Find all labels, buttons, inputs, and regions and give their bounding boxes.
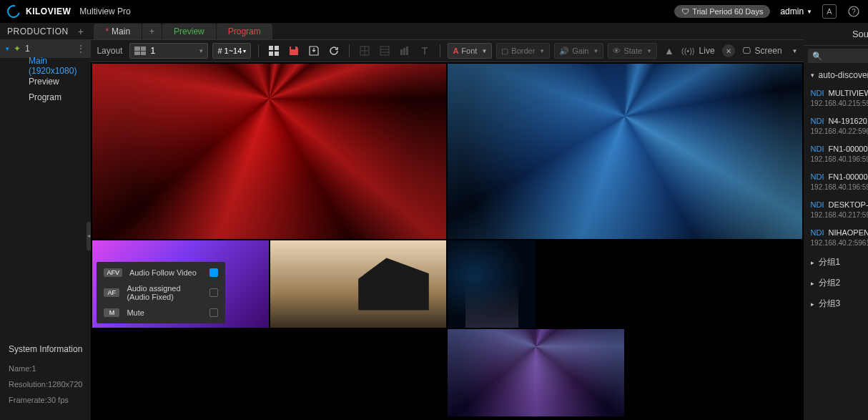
live-button[interactable]: ((•)) Live (681, 46, 715, 56)
font-dropdown[interactable]: A Font ▼ (448, 43, 492, 59)
source-address: 192.168.40.217:5961 (811, 211, 868, 219)
audio-context-menu: AFV Audio Follow Video AF Audio assigned… (97, 262, 225, 323)
source-item[interactable]: NDINIHAOPENG-TEST (VLC)192.168.40.2:5961 (804, 224, 868, 252)
source-name: N4-19162010102 (Channel-1) (828, 117, 868, 125)
svg-rect-3 (275, 46, 279, 50)
ndi-badge: NDI (811, 228, 824, 237)
screen-dropdown[interactable]: 🖵 Screen ▼ (742, 46, 798, 56)
layout-preset-3-icon[interactable] (397, 43, 413, 59)
sys-row-framerate: Framerate:30 fps (9, 396, 82, 404)
search-icon: 🔍 (812, 52, 822, 61)
close-icon[interactable]: ✕ (722, 44, 735, 57)
source-name: MULTIVIEW SERVER TEST1 (... (828, 89, 868, 97)
checkbox-icon (209, 288, 218, 297)
broadcast-signal-icon: ((•)) (681, 47, 695, 55)
svg-rect-5 (275, 52, 279, 56)
tab-preview[interactable]: Preview (162, 24, 216, 39)
source-group[interactable]: ▸分组1⚙🗑 (804, 252, 868, 273)
chevron-down-icon: ▾ (811, 72, 814, 79)
tree-item-main[interactable]: Main (1920x1080) (0, 58, 91, 74)
multiview-window-5[interactable] (448, 240, 536, 328)
refresh-icon[interactable] (326, 43, 342, 59)
source-address: 192.168.40.2:5961 (811, 239, 868, 247)
source-item[interactable]: NDIFN1-00000000 (Channel-NDI)192.168.40.… (804, 168, 868, 196)
production-header: PRODUCTION + (0, 23, 91, 39)
star-icon: ✦ (14, 44, 21, 54)
source-group[interactable]: ▸分组3⚙🗑 (804, 293, 868, 314)
multiview-window-1[interactable] (92, 64, 446, 239)
svg-text:T: T (422, 46, 428, 56)
ndi-badge: NDI (811, 145, 824, 153)
header-right: 🛡 Trial Period 60 Days admin ▼ A ? (674, 4, 861, 19)
svg-rect-4 (269, 52, 273, 56)
tab-main[interactable]: *Main (94, 24, 142, 39)
layout-preset-1-icon[interactable] (357, 43, 373, 59)
chevron-right-icon: ▸ (811, 280, 814, 287)
checkbox-icon (209, 308, 218, 317)
broadcast-icon[interactable]: ▲ (661, 43, 677, 59)
chevron-down-icon: ▼ (481, 48, 487, 54)
production-label: PRODUCTION (7, 26, 69, 36)
window-range-select[interactable]: # 1~14 ▾ (212, 43, 251, 59)
auto-discovery-group[interactable]: ▾ auto-discovery ⚙ (804, 66, 868, 84)
add-production-button[interactable]: + (78, 26, 84, 37)
tab-program[interactable]: Program (217, 24, 272, 39)
source-item[interactable]: NDIN4-19162010102 (Channel-1)192.168.40.… (804, 112, 868, 140)
save-icon[interactable] (286, 43, 302, 59)
source-search-row: 🔍 + ⟳ (804, 46, 868, 66)
ndi-badge: NDI (811, 172, 824, 181)
group-name: 分组2 (819, 277, 841, 289)
left-sidebar: PRODUCTION + ▾ ✦ 1 ⋮ Main (1920x1080) Pr… (0, 23, 91, 420)
multiview-window-4[interactable] (270, 240, 447, 328)
source-search-input[interactable]: 🔍 (808, 49, 868, 63)
help-icon[interactable]: ? (847, 4, 861, 19)
layout-preset-2-icon[interactable] (377, 43, 393, 59)
shield-icon: 🛡 (681, 7, 689, 16)
more-icon[interactable]: ⋮ (77, 44, 85, 54)
layout-select[interactable]: 1 ▾ (129, 43, 208, 59)
multiview-window-2[interactable] (448, 64, 802, 239)
user-dropdown[interactable]: admin ▼ (780, 6, 812, 16)
chevron-down-icon: ▼ (792, 48, 798, 54)
source-panel: Source 🔍 + ⟳ ▾ auto-discovery ⚙ NDIMULTI… (804, 23, 868, 420)
chevron-down-icon: ▼ (646, 48, 652, 54)
border-dropdown[interactable]: ▢ Border ▼ (496, 43, 550, 59)
text-tool-icon[interactable]: T (417, 43, 433, 59)
multiview-window-7[interactable] (448, 329, 624, 416)
source-item[interactable]: NDIFN1-00000000 (Channel-HX)192.168.40.1… (804, 140, 868, 168)
language-button[interactable]: A (822, 4, 837, 19)
gain-dropdown[interactable]: 🔊 Gain ▼ (554, 43, 603, 59)
audio-option-af[interactable]: AF Audio assigned (Audio Fixed) (97, 280, 225, 305)
source-item[interactable]: NDIMULTIVIEW SERVER TEST1 (...192.168.40… (804, 84, 868, 112)
source-group[interactable]: ▸分组2⚙🗑 (804, 273, 868, 293)
chevron-down-icon: ▾ (6, 45, 9, 52)
center-panel: ◂ ▸ *Main + Preview Program Layout 1 ▾ #… (91, 23, 803, 420)
svg-rect-12 (400, 49, 403, 55)
tree-item-program[interactable]: Program (0, 89, 91, 105)
tree-item-preview[interactable]: Preview (0, 74, 91, 89)
product-name: Multiview Pro (79, 6, 130, 16)
font-a-icon: A (453, 47, 458, 55)
sys-row-name: Name:1 (9, 364, 82, 373)
source-item[interactable]: NDIDESKTOP-MHQVDG5 (Intel(R...192.168.40… (804, 196, 868, 224)
audio-option-mute[interactable]: M Mute (97, 305, 225, 321)
logo-icon (5, 3, 23, 21)
audio-option-afv[interactable]: AFV Audio Follow Video (97, 265, 225, 280)
user-name: admin (780, 6, 804, 16)
separator (258, 44, 259, 57)
chevron-down-icon: ▼ (593, 48, 599, 54)
border-icon: ▢ (501, 47, 508, 56)
multiview-window-6[interactable] (626, 240, 802, 328)
svg-rect-14 (406, 47, 408, 55)
export-icon[interactable] (306, 43, 322, 59)
svg-rect-2 (269, 46, 273, 50)
tab-add[interactable]: + (142, 24, 162, 39)
layout-label: Layout (97, 46, 122, 56)
toolbar-right: ((•)) Live ✕ 🖵 Screen ▼ (681, 44, 797, 57)
state-dropdown[interactable]: 👁 State ▼ (608, 43, 657, 59)
production-name: 1 (25, 44, 30, 54)
sys-info-title: System Information (9, 344, 82, 354)
ndi-badge: NDI (811, 117, 824, 125)
grid-fill-icon[interactable] (266, 43, 282, 59)
multiview-window-3[interactable]: AFV Audio Follow Video AF Audio assigned… (92, 240, 269, 328)
